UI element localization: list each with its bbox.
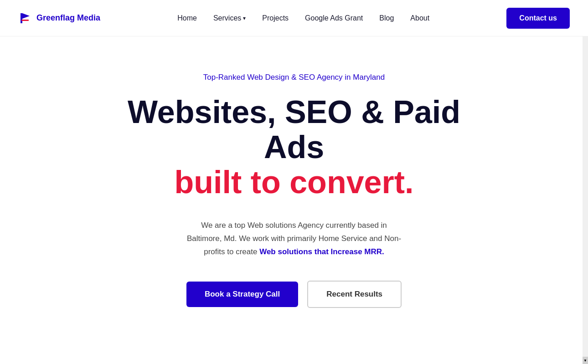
nav-links: Home Services ▾ Projects Google Ads Gran… <box>177 14 429 22</box>
hero-description: We are a top Web solutions Agency curren… <box>185 219 403 259</box>
chevron-down-icon: ▾ <box>243 15 246 21</box>
nav-link-services[interactable]: Services ▾ <box>213 14 246 22</box>
hero-headline-line2: built to convert. <box>116 165 472 200</box>
scrollbar-arrow-down[interactable]: ▼ <box>583 357 588 364</box>
nav-link-home[interactable]: Home <box>177 14 197 22</box>
svg-rect-0 <box>21 13 22 23</box>
nav-item-google-ads[interactable]: Google Ads Grant <box>305 14 363 22</box>
nav-item-projects[interactable]: Projects <box>262 14 289 22</box>
hero-section: Top-Ranked Web Design & SEO Agency in Ma… <box>0 36 588 335</box>
hero-description-link[interactable]: Web solutions that Increase MRR. <box>259 247 384 256</box>
nav-item-home[interactable]: Home <box>177 14 197 22</box>
hero-headline-line1: Websites, SEO & Paid Ads <box>128 94 460 165</box>
brand-name: Greenflag Media <box>36 13 100 23</box>
nav-link-about[interactable]: About <box>410 14 429 22</box>
navbar: Greenflag Media Home Services ▾ Projects… <box>0 0 588 36</box>
nav-item-services[interactable]: Services ▾ <box>213 14 246 22</box>
recent-results-button[interactable]: Recent Results <box>307 281 402 308</box>
nav-item-about[interactable]: About <box>410 14 429 22</box>
hero-buttons: Book a Strategy Call Recent Results <box>186 281 402 308</box>
logo-icon <box>18 11 33 26</box>
logo-area[interactable]: Greenflag Media <box>18 11 100 26</box>
hero-subtitle: Top-Ranked Web Design & SEO Agency in Ma… <box>203 73 385 82</box>
nav-link-google-ads[interactable]: Google Ads Grant <box>305 14 363 22</box>
contact-button[interactable]: Contact us <box>506 8 570 29</box>
nav-item-blog[interactable]: Blog <box>379 14 394 22</box>
nav-link-blog[interactable]: Blog <box>379 14 394 22</box>
hero-headline: Websites, SEO & Paid Ads built to conver… <box>116 95 472 215</box>
nav-link-projects[interactable]: Projects <box>262 14 289 22</box>
svg-marker-1 <box>22 13 30 19</box>
scrollbar-track[interactable]: ▲ ▼ <box>583 0 588 364</box>
book-call-button[interactable]: Book a Strategy Call <box>186 282 298 307</box>
svg-rect-2 <box>21 20 29 21</box>
